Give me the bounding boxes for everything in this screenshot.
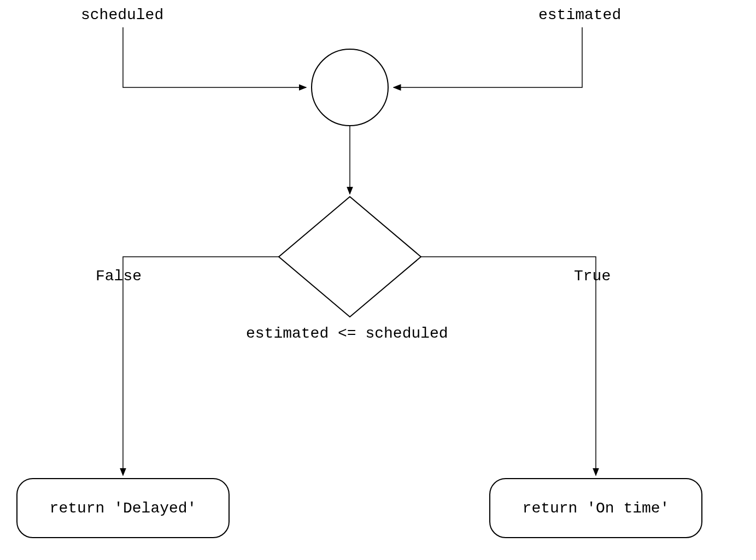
output-box-true: return 'On time' (489, 478, 702, 538)
input-label-estimated: estimated (538, 7, 621, 23)
edge-decision-true (421, 257, 596, 475)
output-text-false: return 'Delayed' (50, 500, 197, 517)
input-label-scheduled: scheduled (81, 7, 163, 23)
output-box-false: return 'Delayed' (16, 478, 230, 538)
edge-label-true: True (574, 268, 611, 285)
output-text-true: return 'On time' (523, 500, 670, 517)
edge-scheduled-to-merge (123, 27, 306, 87)
edge-label-false: False (96, 268, 142, 285)
merge-node (312, 49, 388, 126)
decision-node (279, 197, 421, 317)
edge-decision-false (123, 257, 279, 475)
decision-condition-label: estimated <= scheduled (246, 325, 448, 342)
edge-estimated-to-merge (394, 27, 582, 87)
